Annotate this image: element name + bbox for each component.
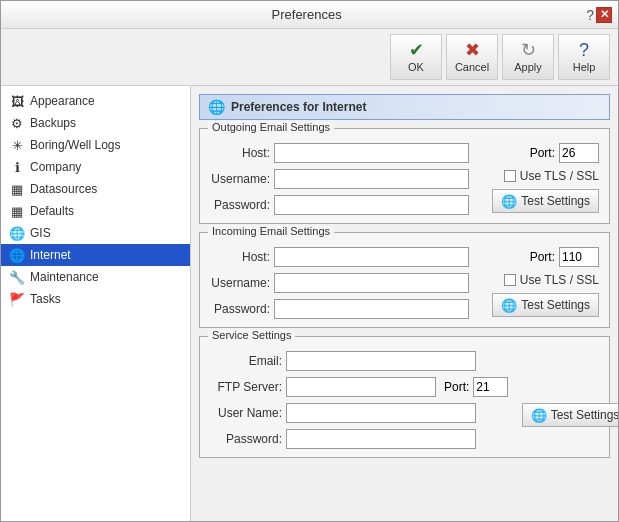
incoming-username-input[interactable] <box>274 273 469 293</box>
service-email-row: Email: <box>210 351 508 371</box>
toolbar: ✔ OK ✖ Cancel ↻ Apply ? Help <box>1 29 618 86</box>
service-password-input[interactable] <box>286 429 476 449</box>
apply-label: Apply <box>514 61 542 73</box>
service-title: Service Settings <box>208 329 295 341</box>
backups-icon: ⚙ <box>9 115 25 131</box>
tasks-icon: 🚩 <box>9 291 25 307</box>
incoming-test-button[interactable]: 🌐 Test Settings <box>492 293 599 317</box>
incoming-port-input[interactable] <box>559 247 599 267</box>
window-title: Preferences <box>27 7 586 22</box>
incoming-host-row: Host: Username: Password: <box>210 247 599 319</box>
help-button[interactable]: ? Help <box>558 34 610 80</box>
outgoing-section: Outgoing Email Settings Host: Username: <box>199 128 610 224</box>
main-panel: 🌐 Preferences for Internet Outgoing Emai… <box>191 86 618 521</box>
sidebar-item-backups[interactable]: ⚙ Backups <box>1 112 190 134</box>
sidebar-item-label: Boring/Well Logs <box>30 138 121 152</box>
incoming-tls-checkbox[interactable] <box>504 274 516 286</box>
service-username-row: User Name: <box>210 403 508 423</box>
sidebar-item-label: Appearance <box>30 94 95 108</box>
service-username-label: User Name: <box>210 406 282 420</box>
sidebar-item-label: Backups <box>30 116 76 130</box>
sidebar-item-maintenance[interactable]: 🔧 Maintenance <box>1 266 190 288</box>
internet-icon: 🌐 <box>9 247 25 263</box>
incoming-host-input[interactable] <box>274 247 469 267</box>
service-password-row: Password: <box>210 429 508 449</box>
outgoing-host-row: Host: Username: Password: <box>210 143 599 215</box>
incoming-password-input[interactable] <box>274 299 469 319</box>
panel-header: 🌐 Preferences for Internet <box>199 94 610 120</box>
incoming-port-row: Port: <box>530 247 599 267</box>
appearance-icon: 🖼 <box>9 93 25 109</box>
sidebar-item-boring-well-logs[interactable]: ✳ Boring/Well Logs <box>1 134 190 156</box>
apply-button[interactable]: ↻ Apply <box>502 34 554 80</box>
incoming-test-label: Test Settings <box>521 298 590 312</box>
panel-globe-icon: 🌐 <box>208 99 225 115</box>
defaults-icon: ▦ <box>9 203 25 219</box>
title-bar-controls: ? ✕ <box>586 7 612 23</box>
incoming-port-label: Port: <box>530 250 555 264</box>
outgoing-port-label: Port: <box>530 146 555 160</box>
maintenance-icon: 🔧 <box>9 269 25 285</box>
outgoing-password-label: Password: <box>210 198 270 212</box>
outgoing-tls-row: Use TLS / SSL <box>504 169 599 183</box>
company-icon: ℹ <box>9 159 25 175</box>
sidebar-item-label: Internet <box>30 248 71 262</box>
incoming-tls-row: Use TLS / SSL <box>504 273 599 287</box>
outgoing-tls-label: Use TLS / SSL <box>520 169 599 183</box>
sidebar-item-datasources[interactable]: ▦ Datasources <box>1 178 190 200</box>
service-ftp-label: FTP Server: <box>210 380 282 394</box>
incoming-title: Incoming Email Settings <box>208 225 334 237</box>
outgoing-test-button[interactable]: 🌐 Test Settings <box>492 189 599 213</box>
apply-icon: ↻ <box>521 41 536 59</box>
help-title-button[interactable]: ? <box>586 7 594 23</box>
ok-label: OK <box>408 61 424 73</box>
outgoing-username-input[interactable] <box>274 169 469 189</box>
incoming-right-section: Port: Use TLS / SSL 🌐 Test Settings <box>479 247 599 317</box>
sidebar-item-appearance[interactable]: 🖼 Appearance <box>1 90 190 112</box>
outgoing-tls-checkbox[interactable] <box>504 170 516 182</box>
sidebar-item-defaults[interactable]: ▦ Defaults <box>1 200 190 222</box>
outgoing-password-input[interactable] <box>274 195 469 215</box>
service-email-label: Email: <box>210 354 282 368</box>
title-bar: Preferences ? ✕ <box>1 1 618 29</box>
preferences-window: Preferences ? ✕ ✔ OK ✖ Cancel ↻ Apply ? … <box>0 0 619 522</box>
service-fields-row: Email: FTP Server: Port: User Name: <box>210 351 599 449</box>
sidebar-item-company[interactable]: ℹ Company <box>1 156 190 178</box>
sidebar-item-gis[interactable]: 🌐 GIS <box>1 222 190 244</box>
service-test-globe-icon: 🌐 <box>531 408 547 423</box>
sidebar-item-label: Company <box>30 160 81 174</box>
outgoing-title: Outgoing Email Settings <box>208 121 334 133</box>
datasources-icon: ▦ <box>9 181 25 197</box>
incoming-tls-label: Use TLS / SSL <box>520 273 599 287</box>
sidebar-item-label: Datasources <box>30 182 97 196</box>
ok-button[interactable]: ✔ OK <box>390 34 442 80</box>
outgoing-host-field-row: Host: <box>210 143 479 163</box>
gis-icon: 🌐 <box>9 225 25 241</box>
outgoing-port-row: Port: <box>530 143 599 163</box>
service-test-label: Test Settings <box>551 408 618 422</box>
service-ftp-port-input[interactable] <box>473 377 508 397</box>
outgoing-port-input[interactable] <box>559 143 599 163</box>
service-email-input[interactable] <box>286 351 476 371</box>
help-icon: ? <box>579 41 589 59</box>
content-area: 🖼 Appearance ⚙ Backups ✳ Boring/Well Log… <box>1 86 618 521</box>
sidebar-item-internet[interactable]: 🌐 Internet <box>1 244 190 266</box>
service-ftp-port-label: Port: <box>444 380 469 394</box>
sidebar-item-tasks[interactable]: 🚩 Tasks <box>1 288 190 310</box>
outgoing-host-label: Host: <box>210 146 270 160</box>
service-username-input[interactable] <box>286 403 476 423</box>
service-test-button[interactable]: 🌐 Test Settings <box>522 403 618 427</box>
cancel-button[interactable]: ✖ Cancel <box>446 34 498 80</box>
sidebar-item-label: Tasks <box>30 292 61 306</box>
help-label: Help <box>573 61 596 73</box>
incoming-section: Incoming Email Settings Host: Username: <box>199 232 610 328</box>
close-button[interactable]: ✕ <box>596 7 612 23</box>
incoming-username-label: Username: <box>210 276 270 290</box>
panel-title: Preferences for Internet <box>231 100 366 114</box>
service-ftp-input[interactable] <box>286 377 436 397</box>
incoming-password-label: Password: <box>210 302 270 316</box>
sidebar: 🖼 Appearance ⚙ Backups ✳ Boring/Well Log… <box>1 86 191 521</box>
outgoing-host-input[interactable] <box>274 143 469 163</box>
cancel-icon: ✖ <box>465 41 480 59</box>
outgoing-test-globe-icon: 🌐 <box>501 194 517 209</box>
